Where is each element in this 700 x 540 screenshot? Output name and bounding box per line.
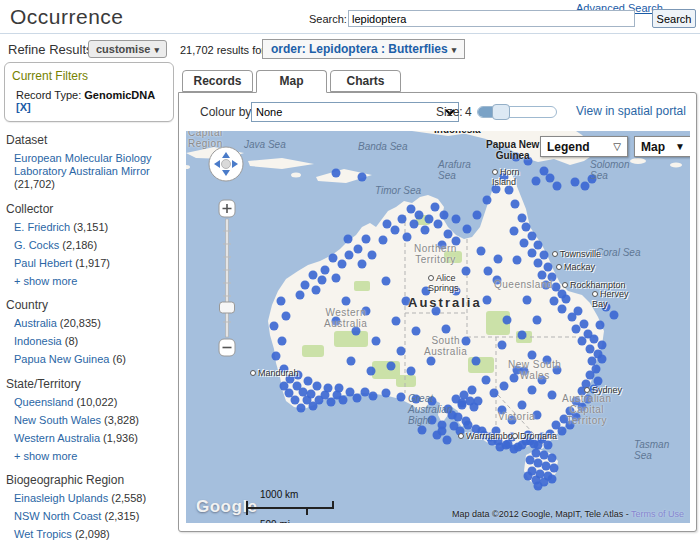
occurrence-dot[interactable] [598, 341, 607, 350]
occurrence-dot[interactable] [522, 223, 531, 232]
occurrence-dot[interactable] [427, 357, 436, 366]
occurrence-dot[interactable] [422, 287, 431, 296]
occurrence-dot[interactable] [434, 220, 443, 229]
occurrence-dot[interactable] [368, 251, 377, 260]
occurrence-dot[interactable] [324, 384, 333, 393]
occurrence-dot[interactable] [444, 230, 453, 239]
occurrence-dot[interactable] [443, 436, 452, 445]
occurrence-dot[interactable] [578, 337, 587, 346]
occurrence-dot[interactable] [594, 377, 603, 386]
tab-map[interactable]: Map [256, 70, 327, 93]
occurrence-dot[interactable] [520, 239, 529, 248]
facet-value-link[interactable]: E. Friedrich [14, 221, 70, 233]
occurrence-dot[interactable] [294, 371, 303, 380]
occurrence-dot[interactable] [548, 391, 557, 400]
occurrence-dot[interactable] [538, 376, 547, 385]
occurrence-map[interactable]: Java SeaBanda SeaTimor SeaArafura SeaSol… [186, 131, 690, 523]
terms-of-use-link[interactable]: Terms of Use [631, 509, 684, 519]
occurrence-dot[interactable] [544, 263, 553, 272]
occurrence-dot[interactable] [586, 345, 595, 354]
occurrence-dot[interactable] [503, 316, 512, 325]
occurrence-dot[interactable] [586, 371, 595, 380]
occurrence-dot[interactable] [524, 157, 533, 166]
occurrence-dot[interactable] [544, 441, 553, 450]
occurrence-dot[interactable] [598, 355, 607, 364]
occurrence-dot[interactable] [345, 251, 354, 260]
occurrence-dot[interactable] [280, 382, 289, 391]
occurrence-dot[interactable] [511, 200, 520, 209]
occurrence-dot[interactable] [412, 395, 421, 404]
occurrence-dot[interactable] [473, 211, 482, 220]
occurrence-dot[interactable] [392, 317, 401, 326]
occurrence-dot[interactable] [418, 426, 427, 435]
occurrence-dot[interactable] [362, 235, 371, 244]
occurrence-dot[interactable] [596, 321, 605, 330]
facet-value-link[interactable]: NSW North Coast [14, 510, 101, 522]
occurrence-dot[interactable] [403, 233, 412, 242]
occurrence-dot[interactable] [540, 251, 549, 260]
occurrence-dot[interactable] [543, 356, 552, 365]
occurrence-dot[interactable] [442, 325, 451, 334]
occurrence-dot[interactable] [321, 266, 330, 275]
occurrence-dot[interactable] [277, 297, 286, 306]
occurrence-dot[interactable] [372, 337, 381, 346]
occurrence-dot[interactable] [299, 388, 308, 397]
occurrence-dot[interactable] [462, 337, 471, 346]
occurrence-dot[interactable] [483, 296, 492, 305]
facet-value-link[interactable]: Paul Hebert [14, 257, 72, 269]
occurrence-dot[interactable] [332, 169, 341, 178]
occurrence-dot[interactable] [540, 167, 549, 176]
occurrence-dot[interactable] [500, 173, 509, 182]
occurrence-dot[interactable] [452, 395, 461, 404]
occurrence-dot[interactable] [347, 357, 356, 366]
occurrence-dot[interactable] [508, 416, 517, 425]
occurrence-dot[interactable] [542, 281, 551, 290]
occurrence-dot[interactable] [468, 386, 477, 395]
occurrence-dot[interactable] [562, 295, 571, 304]
occurrence-dot[interactable] [344, 235, 353, 244]
occurrence-dot[interactable] [574, 307, 583, 316]
occurrence-dot[interactable] [361, 388, 370, 397]
occurrence-dot[interactable] [382, 389, 391, 398]
occurrence-dot[interactable] [313, 382, 322, 391]
occurrence-dot[interactable] [550, 464, 559, 473]
occurrence-dot[interactable] [309, 271, 318, 280]
occurrence-dot[interactable] [369, 392, 378, 401]
occurrence-dot[interactable] [534, 482, 543, 491]
search-button[interactable]: Search [652, 9, 696, 28]
occurrence-dot[interactable] [397, 347, 406, 356]
occurrence-dot[interactable] [524, 431, 533, 440]
occurrence-dot[interactable] [510, 227, 519, 236]
occurrence-dot[interactable] [421, 226, 430, 235]
occurrence-dot[interactable] [498, 341, 507, 350]
occurrence-dot[interactable] [342, 297, 351, 306]
occurrence-dot[interactable] [472, 357, 481, 366]
occurrence-dot[interactable] [494, 437, 503, 446]
occurrence-dot[interactable] [490, 389, 499, 398]
search-input[interactable] [348, 10, 635, 27]
occurrence-dot[interactable] [379, 236, 388, 245]
occurrence-dot[interactable] [462, 417, 471, 426]
occurrence-dot[interactable] [280, 365, 289, 374]
occurrence-dot[interactable] [470, 403, 479, 412]
occurrence-dot[interactable] [548, 475, 557, 484]
size-slider[interactable] [477, 106, 557, 118]
occurrence-dot[interactable] [572, 325, 581, 334]
occurrence-dot[interactable] [358, 260, 367, 269]
occurrence-dot[interactable] [338, 260, 347, 269]
occurrence-dot[interactable] [354, 245, 363, 254]
remove-filter-link[interactable]: [X] [16, 101, 31, 113]
occurrence-dot[interactable] [484, 267, 493, 276]
occurrence-dot[interactable] [510, 445, 519, 454]
occurrence-dot[interactable] [493, 276, 502, 285]
occurrence-dot[interactable] [572, 413, 581, 422]
facet-value-link[interactable]: Australia [14, 317, 57, 329]
occurrence-dot[interactable] [590, 335, 599, 344]
occurrence-dot[interactable] [382, 277, 391, 286]
occurrence-dot[interactable] [546, 174, 555, 183]
occurrence-dot[interactable] [534, 259, 543, 268]
occurrence-dot[interactable] [398, 215, 407, 224]
tab-charts[interactable]: Charts [330, 70, 401, 92]
occurrence-dot[interactable] [552, 283, 561, 292]
occurrence-dot[interactable] [533, 411, 542, 420]
